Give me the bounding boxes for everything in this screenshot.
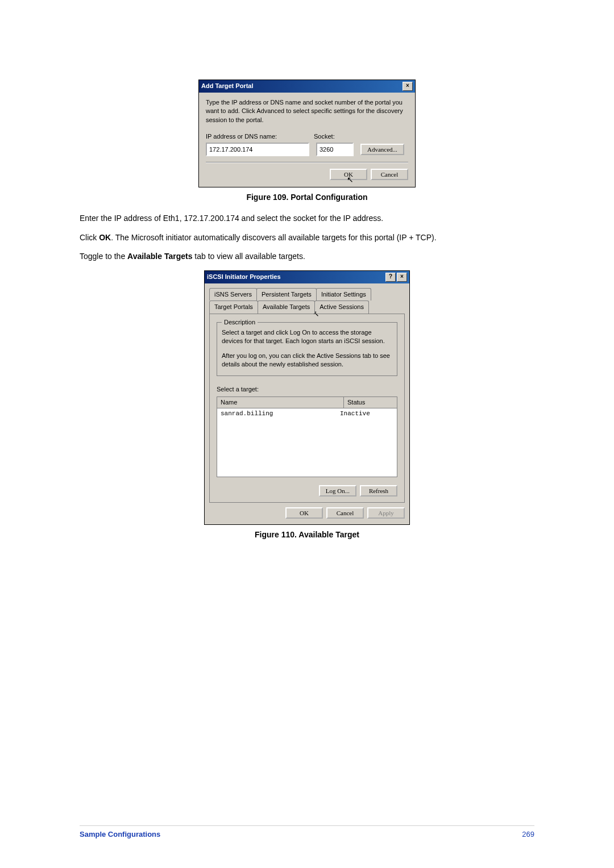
tab-available-targets[interactable]: Available Targets [258, 301, 315, 313]
description-text-1: Select a target and click Log On to acce… [222, 328, 392, 346]
group-legend: Description [222, 318, 258, 327]
cancel-button[interactable]: Cancel [326, 507, 364, 519]
description-text-2: After you log on, you can click the Acti… [222, 352, 392, 369]
socket-input[interactable] [316, 143, 354, 156]
refresh-button[interactable]: Refresh [360, 485, 397, 496]
apply-button[interactable]: Apply [367, 507, 405, 519]
cursor-icon: ↖ [347, 174, 354, 186]
dialog-titlebar: Add Target Portal × [199, 80, 415, 93]
list-item[interactable]: sanrad.billing Inactive [217, 408, 397, 419]
target-list[interactable]: sanrad.billing Inactive [217, 408, 397, 477]
dialog-titlebar: iSCSI Initiator Properties ? × [205, 271, 409, 283]
iscsi-properties-dialog: iSCSI Initiator Properties ? × iSNS Serv… [204, 270, 410, 525]
tab-isns-servers[interactable]: iSNS Servers [209, 288, 257, 301]
target-status: Inactive [340, 410, 370, 418]
dialog-instruction: Type the IP address or DNS name and sock… [206, 98, 408, 124]
tab-sheet: Description Select a target and click Lo… [209, 314, 405, 503]
socket-label: Socket: [314, 132, 335, 141]
tab-active-sessions[interactable]: Active Sessions [314, 301, 369, 313]
close-icon[interactable]: × [397, 273, 407, 282]
log-on-button[interactable]: Log On... [319, 485, 356, 496]
paragraph-2: Click OK. The Microsoft initiator automa… [80, 232, 534, 244]
description-group: Description Select a target and click Lo… [217, 322, 397, 377]
figure-110-caption: Figure 110. Available Target [80, 529, 534, 541]
advanced-button[interactable]: Advanced... [360, 144, 404, 155]
page-footer: Sample Configurations 269 [80, 825, 534, 840]
dialog-title: iSCSI Initiator Properties [207, 273, 281, 281]
tabs-row-1: iSNS Servers Persistent Targets Initiato… [205, 285, 409, 301]
column-name: Name [217, 397, 344, 408]
target-list-header: Name Status [217, 397, 397, 408]
figure-109-caption: Figure 109. Portal Configuration [80, 192, 534, 203]
tab-target-portals[interactable]: Target Portals [209, 301, 258, 313]
tab-persistent-targets[interactable]: Persistent Targets [256, 288, 317, 301]
tab-initiator-settings[interactable]: Initiator Settings [316, 288, 371, 301]
ok-button[interactable]: OK [285, 507, 323, 519]
ip-address-input[interactable] [206, 143, 309, 156]
footer-page-number: 269 [522, 829, 534, 840]
footer-section: Sample Configurations [80, 829, 160, 840]
select-target-label: Select a target: [217, 385, 397, 394]
paragraph-1: Enter the IP address of Eth1, 172.17.200… [80, 213, 534, 224]
column-status: Status [344, 397, 397, 408]
add-target-portal-dialog: Add Target Portal × Type the IP address … [198, 80, 416, 187]
help-icon[interactable]: ? [385, 273, 396, 282]
paragraph-3: Toggle to the Available Targets tab to v… [80, 251, 534, 262]
tabs-row-2: Target Portals Available Targets Active … [205, 301, 409, 313]
target-name: sanrad.billing [221, 410, 340, 418]
close-icon[interactable]: × [403, 82, 413, 91]
ip-label: IP address or DNS name: [206, 132, 314, 141]
cancel-button[interactable]: Cancel [371, 169, 408, 180]
dialog-title: Add Target Portal [201, 82, 253, 90]
